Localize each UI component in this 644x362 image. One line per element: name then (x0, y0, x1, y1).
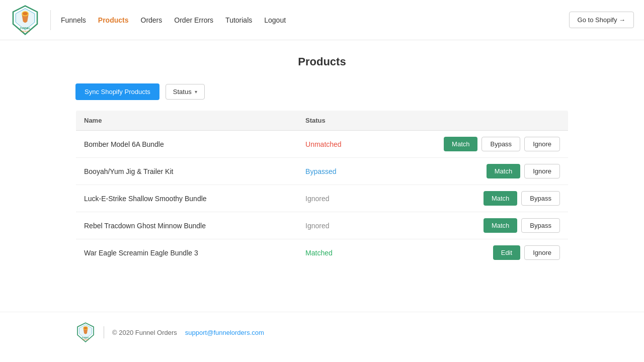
product-status: Ignored (297, 212, 396, 239)
sync-shopify-button[interactable]: Sync Shopify Products (75, 83, 159, 100)
svg-point-9 (84, 327, 88, 329)
header-right: Go to Shopify → (569, 12, 634, 28)
table-row: Booyah/Yum Jig & Trailer KitBypassedMatc… (76, 158, 569, 185)
product-name: Bomber Model 6A Bundle (76, 131, 298, 158)
table-row: Rebel Tracdown Ghost Minnow BundleIgnore… (76, 212, 569, 239)
table-header: Name Status (76, 111, 569, 131)
table-row: War Eagle Screamin Eagle Bundle 3Matched… (76, 239, 569, 266)
footer: FUNNEL ORDERS © 2020 Funnel Orders suppo… (0, 312, 644, 352)
products-table: Name Status Bomber Model 6A BundleUnmatc… (75, 110, 569, 266)
col-status-header: Status (297, 111, 396, 131)
bypass-button[interactable]: Bypass (521, 191, 560, 206)
product-actions: MatchIgnore (396, 158, 569, 185)
go-shopify-button[interactable]: Go to Shopify → (569, 12, 634, 28)
toolbar: Sync Shopify Products Status ▾ (75, 83, 569, 100)
product-actions: MatchBypass (396, 185, 569, 212)
svg-text:FUNNEL: FUNNEL (20, 26, 31, 29)
footer-divider (104, 326, 104, 338)
product-status: Unmatched (297, 131, 396, 158)
product-actions: MatchBypass (396, 212, 569, 239)
product-name: Booyah/Yum Jig & Trailer Kit (76, 158, 298, 185)
match-button[interactable]: Match (444, 137, 477, 151)
footer-email-link[interactable]: support@funnelorders.com (185, 329, 264, 336)
product-status: Ignored (297, 185, 396, 212)
nav-funnels[interactable]: Funnels (61, 16, 86, 24)
product-actions: MatchBypassIgnore (396, 131, 569, 158)
status-filter-label: Status (173, 88, 192, 96)
ignore-button[interactable]: Ignore (524, 245, 560, 260)
main-content: Products Sync Shopify Products Status ▾ … (0, 40, 644, 282)
ignore-button[interactable]: Ignore (524, 164, 560, 178)
product-name: Rebel Tracdown Ghost Minnow Bundle (76, 212, 298, 239)
nav-logout[interactable]: Logout (264, 16, 286, 24)
match-button[interactable]: Match (487, 164, 520, 178)
bypass-button[interactable]: Bypass (481, 137, 520, 151)
svg-text:ORDERS: ORDERS (21, 30, 30, 33)
table-row: Bomber Model 6A BundleUnmatchedMatchBypa… (76, 131, 569, 158)
logo-area: FUNNEL ORDERS (10, 5, 40, 35)
product-status: Bypassed (297, 158, 396, 185)
nav-order-errors[interactable]: Order Errors (174, 16, 213, 24)
product-status: Matched (297, 239, 396, 266)
nav-tutorials[interactable]: Tutorials (225, 16, 252, 24)
match-button[interactable]: Match (484, 218, 517, 233)
ignore-button[interactable]: Ignore (524, 137, 560, 151)
logo-icon: FUNNEL ORDERS (10, 5, 40, 35)
edit-button[interactable]: Edit (493, 245, 520, 260)
footer-logo-icon: FUNNEL ORDERS (75, 322, 96, 342)
col-actions-header (396, 111, 569, 131)
header: FUNNEL ORDERS Funnels Products Orders Or… (0, 0, 644, 40)
col-name-header: Name (76, 111, 298, 131)
bypass-button[interactable]: Bypass (521, 218, 560, 233)
product-name: War Eagle Screamin Eagle Bundle 3 (76, 239, 298, 266)
svg-point-3 (23, 12, 28, 15)
table-header-row: Name Status (76, 111, 569, 131)
product-actions: EditIgnore (396, 239, 569, 266)
nav-divider (50, 10, 51, 30)
footer-copyright: © 2020 Funnel Orders (112, 329, 177, 336)
product-name: Luck-E-Strike Shallow Smoothy Bundle (76, 185, 298, 212)
svg-text:ORDERS: ORDERS (83, 339, 89, 341)
nav-orders[interactable]: Orders (141, 16, 163, 24)
match-button[interactable]: Match (484, 191, 517, 206)
page-title: Products (75, 55, 569, 68)
status-filter-dropdown[interactable]: Status ▾ (166, 84, 205, 100)
nav: Funnels Products Orders Order Errors Tut… (61, 16, 286, 24)
table-body: Bomber Model 6A BundleUnmatchedMatchBypa… (76, 131, 569, 266)
table-row: Luck-E-Strike Shallow Smoothy BundleIgno… (76, 185, 569, 212)
chevron-down-icon: ▾ (195, 89, 197, 95)
svg-text:FUNNEL: FUNNEL (82, 337, 89, 339)
nav-products[interactable]: Products (98, 16, 129, 24)
